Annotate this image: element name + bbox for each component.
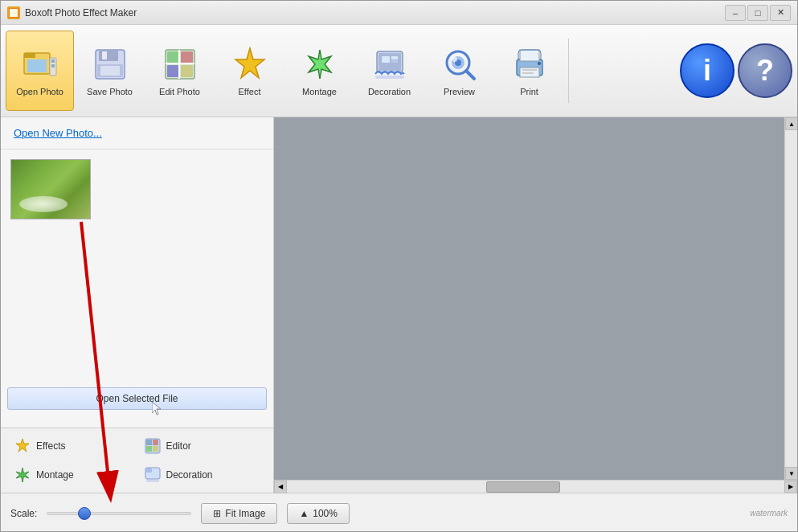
svg-marker-23 bbox=[235, 48, 264, 78]
svg-rect-41 bbox=[522, 72, 534, 74]
print-button[interactable]: Print bbox=[495, 31, 563, 111]
status-bar: Scale: ⊞ Fit Image ▲ 100% watermark bbox=[1, 493, 797, 532]
montage-label: Montage bbox=[302, 87, 337, 96]
fit-image-label: Fit Image bbox=[225, 508, 265, 519]
montage-icon bbox=[301, 45, 339, 84]
open-selected-file-button[interactable]: Open Selected File bbox=[7, 387, 267, 410]
svg-marker-52 bbox=[16, 468, 29, 482]
decoration-button[interactable]: Decoration bbox=[355, 31, 424, 111]
canvas-area[interactable]: ▲ ▼ bbox=[274, 117, 797, 480]
svg-rect-1 bbox=[10, 9, 14, 13]
save-photo-label: Save Photo bbox=[87, 87, 133, 96]
zoom-percent-label: 100% bbox=[313, 508, 338, 519]
montage-button[interactable]: Montage bbox=[285, 31, 354, 111]
scale-slider-container bbox=[47, 512, 191, 515]
scroll-left-arrow[interactable]: ◀ bbox=[274, 481, 287, 493]
scale-label: Scale: bbox=[10, 508, 37, 519]
svg-rect-3 bbox=[10, 13, 14, 17]
editor-icon bbox=[144, 437, 162, 455]
decoration-tab[interactable]: Decoration bbox=[141, 464, 264, 486]
preview-icon bbox=[440, 45, 479, 84]
decoration-tab-icon bbox=[144, 466, 162, 484]
scroll-up-arrow[interactable]: ▲ bbox=[785, 117, 797, 130]
app-icon bbox=[7, 6, 20, 19]
main-content: Open New Photo... Open Selected File bbox=[1, 117, 797, 493]
minimize-button[interactable]: – bbox=[725, 5, 746, 21]
svg-rect-2 bbox=[14, 9, 18, 13]
svg-rect-18 bbox=[181, 51, 193, 63]
svg-rect-6 bbox=[24, 53, 35, 58]
montage-tab-label: Montage bbox=[36, 469, 74, 481]
open-photo-button[interactable]: Open Photo bbox=[6, 31, 74, 111]
help-button[interactable]: ? bbox=[738, 43, 792, 98]
right-canvas: ▲ ▼ ◀ ▶ bbox=[274, 117, 797, 493]
svg-rect-12 bbox=[99, 50, 118, 61]
svg-rect-15 bbox=[100, 66, 120, 76]
svg-rect-17 bbox=[167, 51, 179, 63]
svg-rect-29 bbox=[391, 56, 398, 59]
editor-tab[interactable]: Editor bbox=[141, 435, 264, 457]
svg-marker-46 bbox=[16, 439, 29, 452]
thumbnail-image bbox=[11, 160, 90, 219]
photo-thumbnail[interactable] bbox=[10, 159, 91, 219]
effects-tab[interactable]: Effects bbox=[10, 435, 134, 457]
edit-photo-button[interactable]: Edit Photo bbox=[145, 31, 214, 111]
toolbar-separator bbox=[568, 39, 569, 103]
print-icon bbox=[510, 45, 549, 84]
save-photo-button[interactable]: Save Photo bbox=[76, 31, 144, 111]
restore-button[interactable]: □ bbox=[747, 5, 768, 21]
effect-label: Effect bbox=[239, 87, 261, 96]
decoration-label: Decoration bbox=[368, 87, 411, 96]
fit-image-button[interactable]: ⊞ Fit Image bbox=[201, 503, 277, 524]
toolbar-right: i ? bbox=[680, 43, 792, 98]
print-label: Print bbox=[520, 87, 538, 96]
edit-photo-label: Edit Photo bbox=[159, 87, 200, 96]
svg-point-42 bbox=[538, 62, 541, 65]
vertical-scrollbar[interactable]: ▲ ▼ bbox=[784, 117, 797, 480]
open-photo-label: Open Photo bbox=[16, 87, 63, 96]
svg-rect-7 bbox=[27, 59, 47, 72]
decoration-tab-label: Decoration bbox=[166, 469, 213, 481]
editor-label: Editor bbox=[166, 440, 191, 452]
svg-rect-49 bbox=[153, 440, 158, 445]
effect-button[interactable]: Effect bbox=[215, 31, 284, 111]
svg-rect-9 bbox=[51, 59, 55, 63]
svg-line-35 bbox=[466, 71, 474, 79]
zoom-icon: ▲ bbox=[299, 508, 309, 519]
svg-rect-28 bbox=[382, 56, 390, 63]
left-panel: Open New Photo... Open Selected File bbox=[1, 117, 274, 493]
effects-icon bbox=[14, 437, 31, 455]
svg-rect-50 bbox=[146, 446, 152, 452]
app-title: Boxoft Photo Effect Maker bbox=[25, 7, 137, 18]
svg-rect-38 bbox=[520, 50, 539, 61]
edit-photo-icon bbox=[161, 45, 199, 84]
open-new-photo-link[interactable]: Open New Photo... bbox=[1, 117, 273, 149]
hscroll-thumb[interactable] bbox=[486, 481, 561, 493]
svg-rect-54 bbox=[146, 469, 152, 473]
zoom-button[interactable]: ▲ 100% bbox=[287, 503, 350, 524]
watermark-text: watermark bbox=[750, 509, 788, 518]
scroll-right-arrow[interactable]: ▶ bbox=[784, 481, 797, 493]
scroll-down-arrow[interactable]: ▼ bbox=[785, 467, 797, 480]
svg-rect-10 bbox=[51, 64, 55, 68]
svg-rect-31 bbox=[375, 76, 404, 79]
toolbar: Open Photo Save Photo bbox=[1, 25, 797, 117]
scroll-track-vertical[interactable] bbox=[785, 130, 797, 467]
montage-tab[interactable]: Montage bbox=[10, 464, 134, 486]
scale-slider[interactable] bbox=[47, 512, 191, 515]
decoration-icon bbox=[370, 45, 409, 84]
hscroll-track[interactable] bbox=[287, 481, 784, 493]
info-button[interactable]: i bbox=[680, 43, 735, 98]
horizontal-scrollbar[interactable]: ◀ ▶ bbox=[274, 480, 797, 493]
svg-rect-13 bbox=[102, 51, 107, 59]
effects-label: Effects bbox=[36, 440, 65, 452]
title-bar: Boxoft Photo Effect Maker – □ ✕ bbox=[1, 1, 797, 25]
close-button[interactable]: ✕ bbox=[770, 5, 791, 21]
window-controls: – □ ✕ bbox=[725, 5, 791, 21]
save-photo-icon bbox=[91, 45, 129, 84]
svg-rect-48 bbox=[146, 440, 152, 445]
left-bottom-tabs: Effects Editor bbox=[1, 428, 273, 493]
preview-button[interactable]: Preview bbox=[425, 31, 493, 111]
effect-icon bbox=[231, 45, 269, 84]
svg-rect-51 bbox=[153, 446, 158, 452]
